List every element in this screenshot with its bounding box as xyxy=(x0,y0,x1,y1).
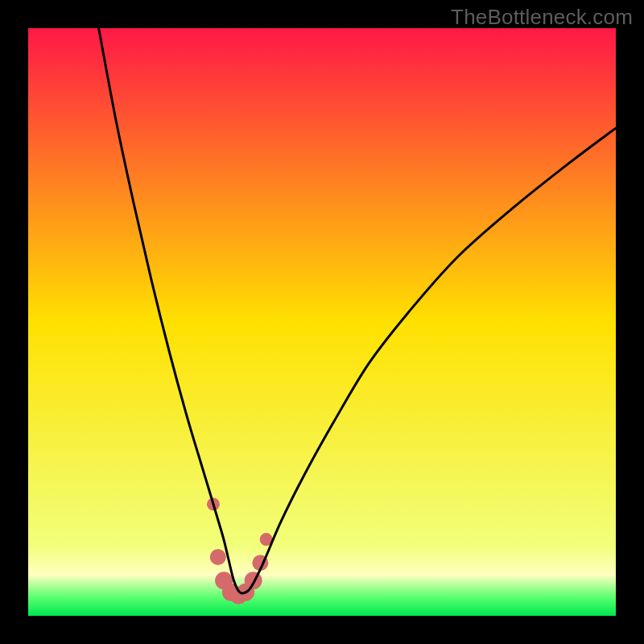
plot-area xyxy=(28,28,616,616)
fit-marker xyxy=(245,572,262,589)
bottleneck-chart xyxy=(28,28,616,616)
fit-marker xyxy=(210,549,226,565)
chart-frame: TheBottleneck.com xyxy=(0,0,644,644)
watermark-label: TheBottleneck.com xyxy=(451,5,633,30)
